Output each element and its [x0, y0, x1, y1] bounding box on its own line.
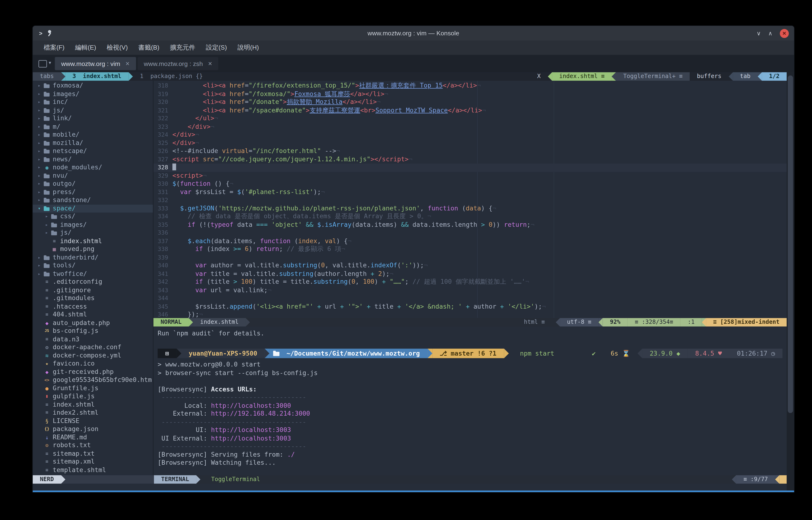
code-line[interactable]: 332	[154, 196, 787, 204]
tree-item[interactable]: ≡sitemap.txt	[33, 449, 153, 458]
tree-item[interactable]: ≡index.shtml	[33, 237, 153, 245]
konsole-tab[interactable]: www.moztw.org : vim×	[55, 57, 136, 70]
scrollbar[interactable]	[787, 72, 794, 491]
tree-item[interactable]: ≡index2.shtml	[33, 409, 153, 417]
code-line[interactable]: 334 // 檢查 data 是否是個 object、data.items 是否…	[154, 212, 787, 220]
maximize-button[interactable]: ∧	[768, 30, 773, 36]
code-line[interactable]: 346 });¬	[154, 311, 787, 318]
tree-item[interactable]: JSbs-config.js	[33, 327, 153, 335]
tree-item[interactable]: ▸js/	[33, 106, 153, 114]
code-line[interactable]: 327<script src="//code.jquery.com/jquery…	[154, 155, 787, 163]
tree-item[interactable]: <>google955345b65bfc90e0.htm	[33, 376, 153, 384]
menu-item-0[interactable]: 檔案(F)	[39, 42, 69, 54]
menu-item-3[interactable]: 書籤(B)	[134, 42, 164, 54]
tree-item[interactable]: ≡.htaccess	[33, 303, 153, 311]
tree-item[interactable]: ▸js/	[33, 229, 153, 237]
code-line[interactable]: 333 $.getJSON('https://moztw.github.io/p…	[154, 205, 787, 212]
code-line[interactable]: 330$(function () {¬	[154, 180, 787, 188]
tree-item[interactable]: ▸outgo/	[33, 180, 153, 188]
buffer-current[interactable]: index.shtml ≡	[552, 72, 612, 81]
tree-item[interactable]: ●Gruntfile.js	[33, 384, 153, 392]
new-tab-button[interactable]	[37, 58, 52, 69]
titlebar[interactable]: > www.moztw.org : vim — Konsole ∨ ∧ ×	[33, 26, 794, 41]
tree-item[interactable]: §LICENSE	[33, 417, 153, 425]
tree-item[interactable]: {}package.json	[33, 425, 153, 433]
tree-item[interactable]: ⊙robots.txt	[33, 441, 153, 449]
tree-item[interactable]: ▸sandstone/	[33, 196, 153, 204]
pin-icon[interactable]	[47, 30, 52, 36]
tree-item[interactable]: ≡.gitmodules	[33, 294, 153, 303]
code-line[interactable]: 343 var url = val.link;¬	[154, 286, 787, 294]
code-line[interactable]: 329<script>¬	[154, 172, 787, 180]
tree-item[interactable]: ▸m/	[33, 123, 153, 131]
tree-item[interactable]: ★favicon.ico	[33, 360, 153, 368]
tree-item[interactable]: ▸mobile/	[33, 131, 153, 139]
code-line[interactable]: 340 var author = val.title.substring(0, …	[154, 262, 787, 270]
code-line[interactable]: 321 <li><a href="/space#donate">支持摩茲工寮營運…	[154, 106, 787, 114]
tree-item[interactable]: ≡.gitignore	[33, 286, 153, 294]
tree-item[interactable]: ◆auto_update.php	[33, 319, 153, 327]
code-line[interactable]: 339	[154, 253, 787, 261]
tree-item[interactable]: ▸◉node_modules/	[33, 163, 153, 172]
menu-item-6[interactable]: 說明(H)	[233, 42, 264, 54]
tree-item[interactable]: ≋docker-compose.yml	[33, 352, 153, 360]
tree-item[interactable]: ≡data.n3	[33, 335, 153, 343]
tree-item[interactable]: ▸netscape/	[33, 147, 153, 155]
code-line[interactable]: 331 var $rssList = $('#planet-rss-list')…	[154, 188, 787, 196]
tree-item[interactable]: ▸thunderbird/	[33, 253, 153, 261]
tree-item[interactable]: ◆git-received.php	[33, 368, 153, 376]
minimize-button[interactable]: ∨	[757, 30, 761, 36]
code-line[interactable]: 341 var title = val.title.substring(auth…	[154, 270, 787, 278]
tree-item[interactable]: ▦moved.png	[33, 245, 153, 253]
tree-item[interactable]: ▸tools/	[33, 262, 153, 270]
tree-item[interactable]: ▸nvu/	[33, 172, 153, 180]
code-line[interactable]: 344	[154, 294, 787, 303]
tree-item[interactable]: ↓README.md	[33, 434, 153, 441]
code-line[interactable]: 325</div>¬	[154, 139, 787, 147]
tree-item[interactable]: ▮gulpfile.js	[33, 392, 153, 400]
tree-item[interactable]: ▸news/	[33, 155, 153, 163]
close-tab-icon[interactable]: ×	[208, 59, 212, 68]
code-line[interactable]: 319 <li><a href="/foxmosa/">Foxmosa 狐耳摩莎…	[154, 90, 787, 98]
tab-close-button[interactable]: X	[533, 72, 548, 81]
vim-tab-2[interactable]: 1 package.json {}	[133, 72, 210, 81]
menu-item-5[interactable]: 設定(S)	[201, 42, 232, 54]
tree-item[interactable]: ≡sitemap.xml	[33, 458, 153, 466]
code-line[interactable]: 338 if (index >= 6) return; // 最多顯示 6 項¬	[154, 245, 787, 253]
tree-item[interactable]: ▸twoffice/	[33, 270, 153, 278]
code-line[interactable]: 336	[154, 229, 787, 237]
code-line[interactable]: 342 if (title > 100) title = title.subst…	[154, 278, 787, 286]
scrollbar-thumb[interactable]	[788, 75, 793, 413]
tree-item[interactable]: ≡404.shtml	[33, 311, 153, 319]
code-line[interactable]: 322 </ul>¬	[154, 114, 787, 123]
close-button[interactable]: ×	[780, 29, 789, 38]
tree-item[interactable]: ▾space/	[33, 205, 153, 212]
menu-item-1[interactable]: 編輯(E)	[70, 42, 101, 54]
nerdtree-sidebar[interactable]: ▸foxmosa/▸images/▸inc/▸js/▸link/▸m/▸mobi…	[33, 81, 154, 475]
tree-item[interactable]: ≡.editorconfig	[33, 278, 153, 286]
menu-item-2[interactable]: 檢視(V)	[102, 42, 133, 54]
code-line[interactable]: 345 $rssList.append('<li><a href="' + ur…	[154, 303, 787, 311]
code-line[interactable]: 320 <li><a href="/donate">捐款贊助 Mozilla</…	[154, 98, 787, 106]
code-line[interactable]: 335 if (!(typeof data === 'object' && $.…	[154, 220, 787, 229]
code-line[interactable]: 318 <li><a href="/firefox/extension_top_…	[154, 82, 787, 90]
tree-item[interactable]: ▸mozilla/	[33, 139, 153, 147]
vim-tab-active[interactable]: 3 index.shtml	[65, 72, 129, 81]
tree-item[interactable]: ▸images/	[33, 220, 153, 229]
buffer-toggleterminal[interactable]: ToggleTerminal+ ≡	[616, 72, 690, 81]
tree-item[interactable]: ▸foxmosa/	[33, 82, 153, 90]
code-line[interactable]: 324</div>¬	[154, 131, 787, 139]
editor-pane[interactable]: 318 <li><a href="/firefox/extension_top_…	[154, 81, 787, 318]
menu-item-4[interactable]: 擴充元件	[165, 42, 200, 54]
tree-item[interactable]: ▸inc/	[33, 98, 153, 106]
tree-item[interactable]: ▸press/	[33, 188, 153, 196]
terminal-pane[interactable]: Run `npm audit` for details. ⊞ yuan@Yuan…	[154, 327, 787, 475]
code-line[interactable]: 326<!--#include virtual="/inc/footer.htm…	[154, 147, 787, 155]
code-line[interactable]: 328	[154, 163, 787, 172]
tree-item[interactable]: ≡index.shtml	[33, 401, 153, 409]
code-line[interactable]: 323 </div>¬	[154, 123, 787, 131]
tree-item[interactable]: ▸link/	[33, 114, 153, 123]
code-line[interactable]: 337 $.each(data.items, function (index, …	[154, 237, 787, 245]
tree-item[interactable]: ▸images/	[33, 90, 153, 98]
tree-item[interactable]: ▸css/	[33, 212, 153, 220]
